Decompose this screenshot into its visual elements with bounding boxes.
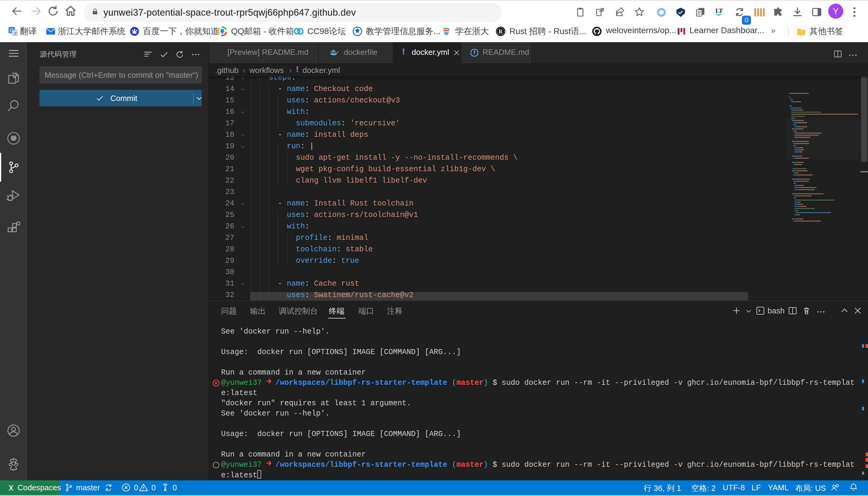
svg-text:文: 文 [13,31,17,35]
svg-text:LT: LT [716,7,723,14]
svg-text:R: R [498,29,503,35]
